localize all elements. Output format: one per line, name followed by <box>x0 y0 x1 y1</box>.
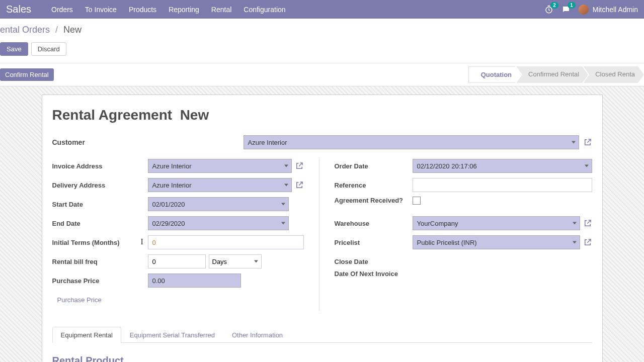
customer-select[interactable]: Azure Interior <box>244 135 579 149</box>
menu-reporting[interactable]: Reporting <box>169 6 199 14</box>
invoice-address-select[interactable]: Azure Interior <box>148 159 292 173</box>
reference-label: Reference <box>335 182 413 189</box>
reference-input[interactable] <box>413 178 592 192</box>
pricelist-select[interactable]: Public Pricelist (INR) <box>413 235 580 249</box>
top-navbar: Sales Orders To Invoice Products Reporti… <box>0 0 644 19</box>
purchase-price-label: Purchase Price <box>52 277 148 285</box>
invoice-address-link-icon[interactable] <box>295 161 304 170</box>
tab-equipment-rental[interactable]: Equipment Rental <box>52 327 121 343</box>
timer-badge: 2 <box>550 2 558 9</box>
status-bar: Confirm Rental Quotation Confirmed Renta… <box>0 63 644 86</box>
delivery-address-select[interactable]: Azure Interior <box>148 178 292 192</box>
end-date-input[interactable]: 02/29/2020 <box>148 216 289 230</box>
invoice-address-label: Invoice Address <box>52 162 148 170</box>
order-date-input[interactable]: 02/12/2020 20:17:06 <box>413 159 592 173</box>
page-title: Rental Agreement New <box>52 107 592 123</box>
tab-serial-transferred[interactable]: Equipment Serial Transferred <box>121 327 223 343</box>
initial-terms-input[interactable] <box>148 235 304 249</box>
start-date-input[interactable]: 02/01/2020 <box>148 197 289 211</box>
purchase-price-input[interactable]: 0.00 <box>148 274 241 288</box>
record-actions: Save Discard <box>0 39 644 63</box>
breadcrumb-parent[interactable]: ental Orders <box>0 25 50 35</box>
stage-closed[interactable]: Closed Renta <box>583 66 644 83</box>
close-date-label: Close Date <box>335 258 413 265</box>
stage-quotation[interactable]: Quotation <box>468 66 521 83</box>
warehouse-link-icon[interactable] <box>583 219 592 228</box>
pricelist-label: Pricelist <box>335 239 413 246</box>
topbar-right: 2 1 Mitchell Admin <box>544 5 638 15</box>
breadcrumb: ental Orders / New <box>0 19 644 39</box>
customer-external-link-icon[interactable] <box>583 138 592 147</box>
user-name: Mitchell Admin <box>593 6 638 14</box>
rental-product-title: Rental Product <box>52 355 592 362</box>
agreement-received-checkbox[interactable] <box>413 197 421 205</box>
save-button[interactable]: Save <box>0 42 28 56</box>
warehouse-select[interactable]: YourCompany <box>413 216 580 230</box>
agreement-received-label: Agreement Received? <box>335 197 413 205</box>
chat-badge: 1 <box>568 2 576 9</box>
next-invoice-label: Date Of Next Invoice <box>335 270 413 279</box>
breadcrumb-current: New <box>63 25 82 35</box>
breadcrumb-sep: / <box>55 25 58 35</box>
purchase-price-link[interactable]: Purchase Price <box>52 296 102 304</box>
menu-configuration[interactable]: Configuration <box>244 6 285 14</box>
stage-confirmed[interactable]: Confirmed Rental <box>516 66 588 83</box>
timer-icon[interactable]: 2 <box>544 5 553 14</box>
customer-label: Customer <box>52 138 244 146</box>
menu-orders[interactable]: Orders <box>51 6 73 14</box>
end-date-label: End Date <box>52 220 148 227</box>
brand-title: Sales <box>6 4 31 15</box>
confirm-rental-button[interactable]: Confirm Rental <box>0 68 54 81</box>
delivery-address-link-icon[interactable] <box>295 180 304 190</box>
form-sheet: Rental Agreement New Customer Azure Inte… <box>42 95 603 362</box>
order-date-label: Order Date <box>335 162 413 170</box>
rental-freq-unit[interactable]: Days <box>209 254 262 268</box>
avatar <box>579 5 589 15</box>
text-cursor-icon: I <box>141 237 143 246</box>
rental-freq-label: Rental bill freq <box>52 258 148 265</box>
menu-rental[interactable]: Rental <box>211 6 231 14</box>
chat-icon[interactable]: 1 <box>561 5 571 14</box>
start-date-label: Start Date <box>52 201 148 208</box>
tab-other-info[interactable]: Other Information <box>223 327 291 343</box>
warehouse-label: Warehouse <box>335 220 413 227</box>
pricelist-link-icon[interactable] <box>583 238 592 247</box>
tab-bar: Equipment Rental Equipment Serial Transf… <box>52 326 592 343</box>
menu-to-invoice[interactable]: To Invoice <box>85 6 117 14</box>
rental-freq-number[interactable] <box>148 254 206 268</box>
user-menu[interactable]: Mitchell Admin <box>579 5 638 15</box>
delivery-address-label: Delivery Address <box>52 182 148 189</box>
main-menu: Orders To Invoice Products Reporting Ren… <box>51 6 544 14</box>
discard-button[interactable]: Discard <box>31 42 66 56</box>
initial-terms-label: Initial Terms (Months) <box>52 239 148 246</box>
menu-products[interactable]: Products <box>129 6 156 14</box>
stage-indicator: Quotation Confirmed Rental Closed Renta <box>468 66 644 83</box>
